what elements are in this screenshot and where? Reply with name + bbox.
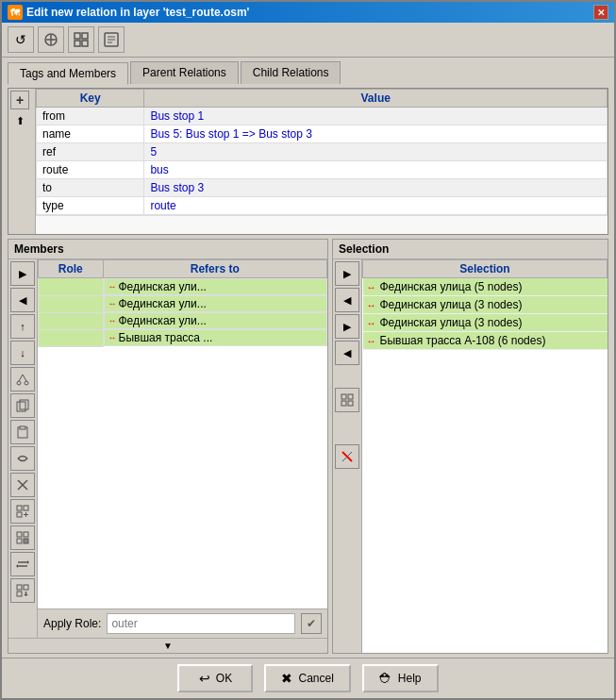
tab-tags-and-members[interactable]: Tags and Members: [8, 62, 128, 85]
member-role-cell: [39, 329, 104, 346]
tag-value-cell[interactable]: 5: [144, 143, 608, 161]
svg-rect-34: [17, 585, 22, 590]
help-label: Help: [398, 672, 422, 685]
svg-rect-29: [24, 539, 28, 543]
tags-move-button[interactable]: ⬆: [10, 111, 29, 130]
sel-remove-button[interactable]: ◀: [335, 288, 359, 312]
svg-rect-40: [348, 394, 353, 399]
refresh-button[interactable]: ↺: [8, 26, 34, 53]
apply-role-label: Apply Role:: [43, 617, 101, 630]
selection-item-cell: ↔Фединская улица (5 nodes): [363, 278, 608, 296]
member-sort-up-button[interactable]: [10, 499, 35, 524]
members-header: Members: [8, 240, 327, 259]
tab-child-relations[interactable]: Child Relations: [241, 61, 341, 84]
svg-rect-18: [20, 426, 25, 429]
apply-role-confirm-button[interactable]: ✔: [301, 613, 322, 634]
member-role-cell: [39, 312, 104, 329]
list-item[interactable]: ↔Фединская улица (3 nodes): [363, 314, 608, 332]
sel-add-before-button[interactable]: ▶: [335, 314, 359, 339]
member-download-button[interactable]: [10, 578, 35, 603]
member-move-up-button[interactable]: ↑: [10, 314, 35, 339]
ok-icon: ↩: [199, 671, 210, 686]
add-node-button[interactable]: [38, 26, 64, 53]
svg-rect-6: [82, 41, 88, 46]
tags-table-container: Key Value fromBus stop 1nameBus 5: Bus s…: [36, 89, 608, 234]
member-sort-down-button[interactable]: [10, 525, 35, 550]
svg-rect-28: [17, 539, 22, 543]
table-row[interactable]: ↔Фединская ули...: [39, 295, 327, 312]
bottom-bar: ↩ OK ✖ Cancel ⛑ Help: [2, 658, 614, 698]
tags-empty-row: [36, 215, 608, 234]
member-refers-cell: ↔Фединская ули...: [104, 295, 327, 312]
member-role-cell: [39, 278, 104, 296]
member-move-down-button[interactable]: ↓: [10, 341, 35, 365]
cancel-button[interactable]: ✖ Cancel: [264, 664, 350, 692]
tag-value-cell[interactable]: route: [144, 197, 608, 215]
member-cut-button[interactable]: [10, 367, 35, 392]
ok-button[interactable]: ↩ OK: [177, 664, 253, 692]
svg-rect-5: [75, 41, 80, 46]
svg-line-14: [23, 375, 26, 381]
svg-rect-41: [341, 401, 346, 406]
sel-link-button[interactable]: [335, 444, 359, 469]
selection-item-cell: ↔Фединская улица (3 nodes): [363, 314, 608, 332]
tag-key-cell[interactable]: type: [37, 197, 144, 215]
members-sidebar: ▶ ◀ ↑ ↓: [8, 259, 38, 638]
tag-key-cell[interactable]: name: [37, 125, 144, 143]
help-button[interactable]: ⛑ Help: [362, 664, 439, 692]
members-table-area[interactable]: Role Refers to ↔Фединская ули...↔Фединск…: [38, 259, 327, 608]
member-role-cell: [39, 295, 104, 312]
selection-with-sidebar: ▶ ◀ ▶ ◀: [333, 259, 608, 653]
tags-add-button[interactable]: +: [10, 91, 29, 109]
member-link-button[interactable]: [10, 446, 35, 471]
apply-role-input[interactable]: [107, 613, 295, 634]
member-move-first-button[interactable]: ▶: [10, 261, 35, 286]
tags-sidebar: + ⬆: [8, 89, 36, 234]
tab-parent-relations[interactable]: Parent Relations: [130, 61, 239, 84]
tag-key-cell[interactable]: to: [37, 179, 144, 197]
tag-value-cell[interactable]: Bus stop 1: [144, 108, 608, 125]
apply-role-row: Apply Role: ✔: [38, 608, 327, 638]
tag-key-cell[interactable]: from: [37, 108, 144, 125]
member-paste-button[interactable]: [10, 420, 35, 444]
svg-rect-23: [17, 512, 22, 517]
member-refers-cell: ↔Фединская ули...: [104, 312, 327, 329]
help-icon: ⛑: [379, 671, 392, 686]
list-item[interactable]: ↔Фединская улица (3 nodes): [363, 296, 608, 314]
svg-rect-3: [75, 33, 80, 39]
selection-item-cell: ↔Фединская улица (3 nodes): [363, 296, 608, 314]
svg-rect-39: [341, 394, 346, 399]
svg-rect-35: [24, 585, 28, 590]
tab-bar: Tags and Members Parent Relations Child …: [2, 58, 614, 84]
selection-section: Selection ▶ ◀ ▶ ◀: [332, 239, 608, 654]
tag-key-cell[interactable]: ref: [37, 143, 144, 161]
svg-rect-36: [17, 592, 22, 596]
list-item[interactable]: ↔Бывшая трасса А-108 (6 nodes): [363, 332, 608, 350]
svg-rect-26: [17, 532, 22, 537]
list-item[interactable]: ↔Фединская улица (5 nodes): [363, 278, 608, 296]
table-row[interactable]: ↔Бывшая трасса ...: [39, 329, 327, 346]
tag-value-cell[interactable]: Bus 5: Bus stop 1 => Bus stop 3: [144, 125, 608, 143]
sel-grid-button[interactable]: [335, 388, 359, 412]
tag-value-cell[interactable]: Bus stop 3: [144, 179, 608, 197]
table-row[interactable]: ↔Фединская ули...: [39, 278, 327, 296]
scroll-down-arrow[interactable]: ▼: [8, 638, 327, 653]
svg-marker-38: [24, 594, 28, 596]
svg-rect-22: [24, 506, 28, 510]
svg-rect-27: [24, 532, 28, 537]
svg-rect-42: [348, 401, 353, 406]
member-link2-button[interactable]: [10, 473, 35, 497]
zoom-button[interactable]: [68, 26, 94, 53]
sel-add-button[interactable]: ▶: [335, 261, 359, 286]
tag-key-cell[interactable]: route: [37, 161, 144, 179]
sel-remove-before-button[interactable]: ◀: [335, 341, 359, 365]
history-button[interactable]: [98, 26, 125, 53]
tag-value-cell[interactable]: bus: [144, 161, 608, 179]
member-reverse-button[interactable]: [10, 552, 35, 576]
table-row[interactable]: ↔Фединская ули...: [39, 312, 327, 329]
value-column-header: Value: [144, 90, 608, 108]
member-copy-button[interactable]: [10, 393, 35, 418]
member-remove-button[interactable]: ◀: [10, 288, 35, 312]
selection-table: Selection ↔Фединская улица (5 nodes)↔Фед…: [362, 259, 608, 350]
close-button[interactable]: ✕: [593, 5, 608, 20]
